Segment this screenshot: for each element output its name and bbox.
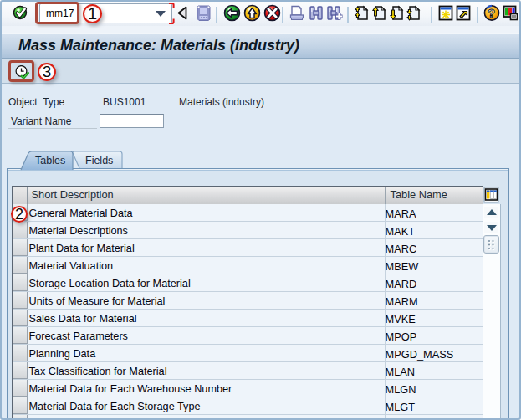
svg-text:Tables: Tables <box>35 155 65 166</box>
svg-text:?: ? <box>488 6 495 20</box>
svg-text:Fields: Fields <box>85 155 113 166</box>
